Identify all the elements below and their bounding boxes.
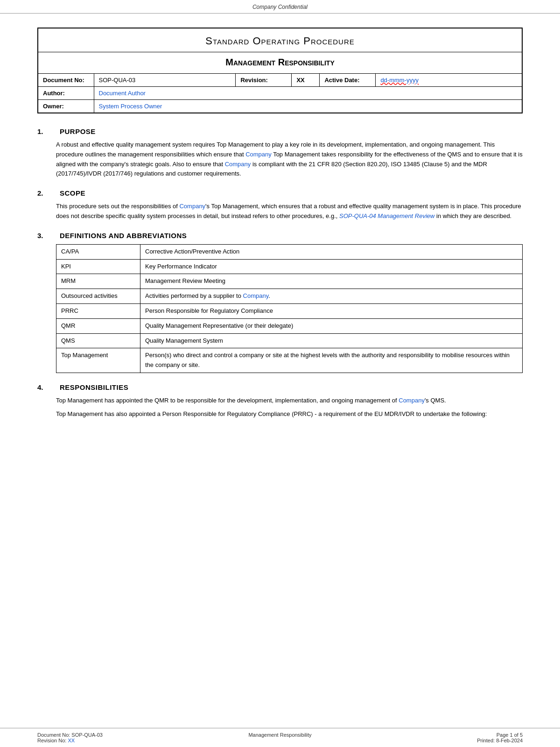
doc-no-value: SOP-QUA-03 [94,74,236,87]
section-responsibilities: 4. Responsibilities Top Management has a… [37,383,523,419]
subtitle-row: Management Responsibility [38,52,522,74]
active-date-label: Active Date: [320,74,376,87]
section-4-body: Top Management has appointed the QMR to … [37,396,523,419]
company-link-5[interactable]: Company [399,397,425,404]
def-term-mrm: MRM [56,274,140,289]
section-2-number: 2. [37,189,56,197]
section-3-number: 3. [37,232,56,240]
company-link-1[interactable]: Company [245,151,272,158]
def-desc-top-management: Person(s) who direct and control a compa… [140,348,523,373]
active-date-value: dd-mmm-yyyy [376,74,522,87]
header-table: Standard Operating Procedure Management … [37,28,523,113]
section-2-body: This procedure sets out the responsibili… [37,202,523,221]
def-term-qmr: QMR [56,318,140,333]
owner-label: Owner: [38,100,94,113]
footer-revision: Revision No: XX [37,738,199,743]
def-desc-mrm: Management Review Meeting [140,274,523,289]
company-link-2[interactable]: Company [225,161,251,168]
def-term-qms: QMS [56,333,140,348]
def-term-outsourced: Outsourced activities [56,289,140,304]
section-1-title: Purpose [60,127,96,135]
def-desc-capa: Corrective Action/Preventive Action [140,244,523,259]
company-link-4[interactable]: Company [243,292,269,299]
footer-doc-no: Document No: SOP-QUA-03 [37,732,199,738]
page-wrapper: Company Confidential Standard Operating … [0,0,560,747]
footer-right: Page 1 of 5 Printed: 8-Feb-2024 [361,732,523,743]
def-term-kpi: KPI [56,259,140,274]
doc-no-label: Document No: [38,74,94,87]
definitions-table: CA/PA Corrective Action/Preventive Actio… [56,244,523,373]
def-row-prrc: PRRC Person Responsible for Regulatory C… [56,303,523,318]
section-4-para-2: Top Management has also appointed a Pers… [56,409,523,419]
def-row-top-management: Top Management Person(s) who direct and … [56,348,523,373]
def-row-outsourced: Outsourced activities Activities perform… [56,289,523,304]
def-desc-outsourced: Activities performed by a supplier to Co… [140,289,523,304]
def-desc-kpi: Key Performance Indicator [140,259,523,274]
section-2-title: Scope [60,189,85,197]
section-purpose-header: 1. Purpose [37,127,523,135]
section-4-para-1: Top Management has appointed the QMR to … [56,396,523,406]
def-desc-qmr: Quality Management Representative (or th… [140,318,523,333]
revision-value: XX [292,74,320,87]
section-definitions-header: 3. Definitions and Abbreviations [37,232,523,240]
author-label: Author: [38,87,94,100]
footer-center-text: Management Responsibility [199,732,361,738]
def-row-qmr: QMR Quality Management Representative (o… [56,318,523,333]
def-row-capa: CA/PA Corrective Action/Preventive Actio… [56,244,523,259]
section-definitions: 3. Definitions and Abbreviations CA/PA C… [37,232,523,373]
footer-revision-label: Revision No: [37,738,66,743]
revision-label: Revision: [236,74,292,87]
author-value[interactable]: Document Author [94,87,522,100]
section-3-body: CA/PA Corrective Action/Preventive Actio… [37,244,523,373]
def-row-qms: QMS Quality Management System [56,333,523,348]
document-title: Standard Operating Procedure [38,28,522,52]
title-row: Standard Operating Procedure [38,28,522,52]
section-4-number: 4. [37,383,56,391]
section-4-title: Responsibilities [60,383,128,391]
section-1-number: 1. [37,127,56,135]
def-term-top-management: Top Management [56,348,140,373]
section-1-para-1: A robust and effective quality managemen… [56,140,523,179]
def-term-capa: CA/PA [56,244,140,259]
section-scope-header: 2. Scope [37,189,523,197]
section-responsibilities-header: 4. Responsibilities [37,383,523,391]
section-purpose: 1. Purpose A robust and effective qualit… [37,127,523,179]
author-link[interactable]: Document Author [99,90,146,97]
def-desc-prrc: Person Responsible for Regulatory Compli… [140,303,523,318]
meta-row-2: Author: Document Author [38,87,522,100]
meta-row-1: Document No: SOP-QUA-03 Revision: XX Act… [38,74,522,87]
footer-left: Document No: SOP-QUA-03 Revision No: XX [37,732,199,743]
confidential-label: Company Confidential [0,0,560,14]
footer-printed: Printed: 8-Feb-2024 [361,738,523,743]
footer: Document No: SOP-QUA-03 Revision No: XX … [0,728,560,747]
def-row-kpi: KPI Key Performance Indicator [56,259,523,274]
def-term-prrc: PRRC [56,303,140,318]
sop-qua-04-link[interactable]: SOP-QUA-04 Management Review [339,212,434,219]
def-row-mrm: MRM Management Review Meeting [56,274,523,289]
section-1-body: A robust and effective quality managemen… [37,140,523,179]
owner-link[interactable]: System Process Owner [99,103,162,110]
footer-page: Page 1 of 5 [361,732,523,738]
meta-row-3: Owner: System Process Owner [38,100,522,113]
section-scope: 2. Scope This procedure sets out the res… [37,189,523,221]
footer-revision-value: XX [68,738,75,743]
company-link-3[interactable]: Company [179,203,205,210]
def-desc-qms: Quality Management System [140,333,523,348]
document-subtitle: Management Responsibility [38,52,522,74]
owner-value[interactable]: System Process Owner [94,100,522,113]
section-3-title: Definitions and Abbreviations [60,232,187,240]
content-area: Standard Operating Procedure Management … [0,14,560,467]
section-2-para-1: This procedure sets out the responsibili… [56,202,523,221]
